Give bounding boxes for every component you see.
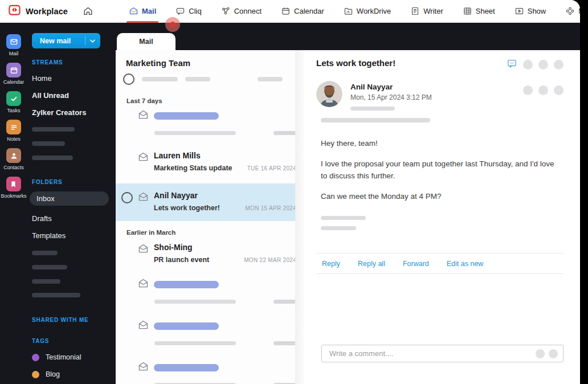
skeleton-bar <box>142 77 178 81</box>
tab-cliq[interactable]: Cliq <box>175 0 201 23</box>
edit-as-new-link[interactable]: Edit as new <box>447 260 484 268</box>
comment-box-icons <box>536 349 558 358</box>
mail-subject: PR launch event <box>154 256 209 264</box>
mail-list-item-skeleton[interactable] <box>116 356 304 384</box>
tag-dot <box>32 354 39 361</box>
tab-label: Connect <box>234 7 262 15</box>
content-column: Mail Marketing Team Last 7 days <box>116 23 580 384</box>
tab-label: Calendar <box>294 7 324 15</box>
comment-box <box>321 345 564 362</box>
mail-actions: Reply Reply all Forward Edit as new <box>316 254 564 273</box>
action-placeholder-icon[interactable] <box>554 85 564 95</box>
mail-list-item[interactable]: Shoi-Ming PR launch event MON 22 MAR 202… <box>116 237 304 271</box>
action-placeholder-icon[interactable] <box>523 85 533 95</box>
skeleton-sender-bar <box>154 281 219 288</box>
sidebar-item-zylker-creators[interactable]: Zylker Creators <box>32 108 109 117</box>
mail-detail-subject: Lets work together! <box>316 58 395 68</box>
open-envelope-icon <box>137 361 149 375</box>
mail-list-item-skeleton[interactable] <box>116 314 304 351</box>
rail-item-bookmarks[interactable]: Bookmarks <box>1 177 26 199</box>
new-mail-button[interactable]: New mail <box>32 33 100 48</box>
new-mail-label: New mail <box>40 37 71 45</box>
action-placeholder-icon[interactable] <box>523 60 533 70</box>
comments-icon[interactable] <box>507 58 517 71</box>
group-label: Last 7 days <box>116 97 304 104</box>
skeleton-bar <box>32 265 67 269</box>
tag-item-blog[interactable]: Blog <box>32 370 109 378</box>
tab-meeting[interactable]: Meeting <box>565 0 580 23</box>
home-icon[interactable] <box>83 6 93 17</box>
rail-item-notes[interactable]: Notes <box>6 120 21 142</box>
reply-all-link[interactable]: Reply all <box>358 260 385 268</box>
detail-secondary-icons <box>523 81 564 111</box>
open-envelope-icon <box>137 277 149 292</box>
mail-date: TUE 16 APR 2024 <box>247 165 296 171</box>
mail-list-item-skeleton[interactable] <box>116 273 304 309</box>
rail-item-contacts[interactable]: Contacts <box>3 148 24 170</box>
rail-label: Contacts <box>3 165 24 170</box>
tab-sheet[interactable]: Sheet <box>463 0 495 23</box>
sidebar-item-home[interactable]: Home <box>32 74 109 83</box>
skeleton-date-bar <box>273 300 296 304</box>
sent-timestamp: Mon, 15 Apr 2024 3:12 PM <box>350 93 432 101</box>
chevron-down-icon[interactable] <box>85 36 100 45</box>
list-scrollbar[interactable] <box>295 50 304 384</box>
tab-show[interactable]: Show <box>514 0 546 23</box>
cursor-click-indicator <box>165 17 180 32</box>
select-all-radio[interactable] <box>123 73 134 85</box>
rail-item-calendar[interactable]: Calendar <box>3 63 24 85</box>
tab-writer[interactable]: Writer <box>410 0 443 23</box>
calendar-icon <box>6 63 21 77</box>
zoho-logo-icon <box>8 3 21 19</box>
rail-item-tasks[interactable]: Tasks <box>6 91 21 113</box>
sender-name: Lauren Mills <box>154 151 296 160</box>
mail-subject: Lets work together! <box>154 204 220 212</box>
action-placeholder-icon[interactable] <box>554 60 564 70</box>
rail-item-mail[interactable]: Mail <box>6 34 21 56</box>
comment-input[interactable] <box>329 349 536 358</box>
reply-link[interactable]: Reply <box>322 260 340 268</box>
action-placeholder-icon[interactable] <box>538 60 548 70</box>
calendar-icon <box>281 6 291 16</box>
list-header-skeleton <box>116 73 304 85</box>
tab-calendar[interactable]: Calendar <box>281 0 324 23</box>
mail-view-tab[interactable]: Mail <box>117 33 175 50</box>
tab-mail[interactable]: Mail <box>129 0 156 23</box>
action-placeholder-icon[interactable] <box>549 349 558 358</box>
cliq-chat-icon <box>175 6 185 16</box>
bookmark-icon <box>6 177 21 191</box>
mail-list-item-selected[interactable]: Anil Nayyar Lets work together! MON 15 A… <box>116 183 304 221</box>
notes-lines-icon <box>6 120 21 134</box>
tab-label: Writer <box>423 7 443 15</box>
app-nav: Mail Cliq <box>129 0 580 23</box>
sidebar-item-templates[interactable]: Templates <box>32 231 109 240</box>
item-radio[interactable] <box>121 192 133 203</box>
tab-connect[interactable]: Connect <box>221 0 262 23</box>
brand-name: Workplace <box>26 7 68 16</box>
sender-avatar[interactable] <box>316 81 342 107</box>
skeleton-recipients-bar <box>350 107 395 111</box>
sidebar-item-drafts[interactable]: Drafts <box>32 214 109 223</box>
sidebar-item-all-unread[interactable]: All Unread <box>32 91 109 100</box>
skeleton-bar <box>32 141 65 146</box>
forward-link[interactable]: Forward <box>403 260 429 268</box>
mail-date: MON 15 APR 2024 <box>245 205 296 211</box>
rail-label: Calendar <box>3 79 24 85</box>
mail-sidebar: New mail STREAMS Home All Unread Zylker … <box>27 23 116 384</box>
mail-list-item[interactable]: Lauren Mills Marketing Stats update TUE … <box>116 145 304 179</box>
mail-list-item-skeleton[interactable] <box>116 104 304 141</box>
tasks-check-icon <box>6 91 21 106</box>
action-placeholder-icon[interactable] <box>538 85 548 95</box>
action-placeholder-icon[interactable] <box>536 349 545 358</box>
open-envelope-icon <box>137 151 149 165</box>
brand[interactable]: Workplace <box>8 3 68 19</box>
tab-workdrive[interactable]: WorkDrive <box>344 0 391 23</box>
skeleton-bar <box>185 77 210 81</box>
body-paragraph: Hey there, team! <box>321 138 561 149</box>
sidebar-item-inbox[interactable]: Inbox <box>30 191 109 206</box>
skeleton-bar <box>32 156 73 160</box>
mail-icon <box>129 6 138 16</box>
tab-label: WorkDrive <box>357 7 391 15</box>
tag-item-testimonial[interactable]: Testimonial <box>32 353 109 361</box>
skeleton-date-bar <box>273 341 296 345</box>
